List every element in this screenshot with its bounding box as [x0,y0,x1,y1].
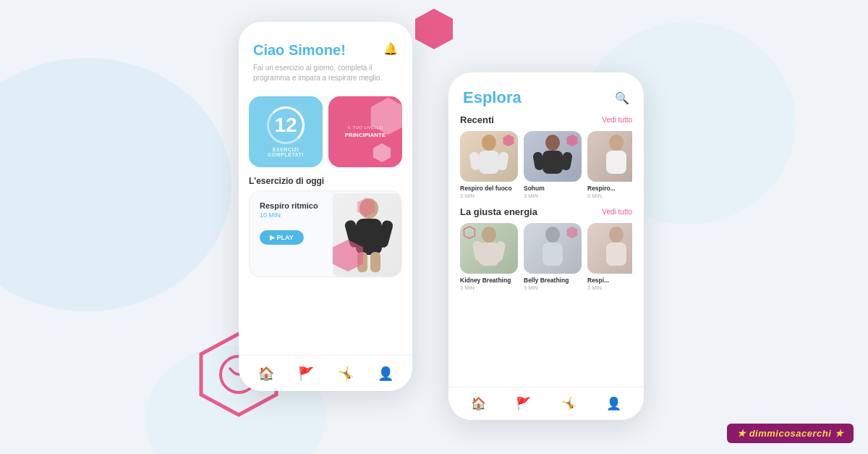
phone-left-header: Ciao Simone! Fai un esercizio al giorno,… [239,22,412,91]
play-button[interactable]: ▶ PLAY [260,230,304,245]
phone-right: Esplora 🔍 Recenti Vedi tutto [448,72,644,420]
svg-point-34 [609,227,624,243]
nav-profile[interactable]: 👤 [378,366,393,382]
list-item[interactable]: Belly Breathing 3 MIN [524,223,582,291]
phone-right-nav: 🏠 🚩 🤸 👤 [448,387,644,420]
card-title: Belly Breathing [524,277,582,284]
exercises-label: ESERCIZICOMPLETATI [268,147,303,157]
exercise-name: Respiro ritmico [260,201,318,210]
card-title: Respiro del fuoco [460,185,518,192]
bg-blob-left [0,58,231,311]
recenti-cards: Respiro del fuoco 3 MIN Sohum [460,131,632,199]
card-title: Respiro... [587,185,632,192]
card-hex-icon [566,226,579,239]
card-image [587,223,632,274]
svg-marker-25 [631,135,632,146]
nav-activity[interactable]: 🤸 [561,396,576,411]
card-hex-icon [631,134,632,146]
card-title: Kidney Breathing [460,277,518,284]
energia-see-all[interactable]: Vedi tutto [602,208,632,216]
watermark-star: ★ [737,428,746,439]
card-duration: 3 MIN [460,193,518,199]
card-hex-icon [502,134,515,147]
card-image [460,223,518,274]
svg-point-18 [545,135,560,151]
nav-profile[interactable]: 👤 [606,396,621,411]
energia-section: La giusta energia Vedi tutto Kidney [448,206,644,291]
decorative-hex-top [412,7,456,51]
explore-title: Esplora [463,88,522,107]
exercises-stat-box: 12 ESERCIZICOMPLETATI [249,96,323,167]
list-item[interactable]: Sohum 3 MIN [524,131,582,199]
svg-rect-19 [542,151,563,174]
progress-circle: 12 [267,106,305,144]
watermark: ★ dimmicosacerchi ★ [727,424,854,443]
svg-marker-30 [464,227,475,239]
card-duration: 3 MIN [524,193,582,199]
card-image [587,131,632,182]
energia-header: La giusta energia Vedi tutto [460,206,632,217]
greeting-title: Ciao Simone! [253,42,398,59]
svg-rect-32 [542,243,563,266]
svg-marker-11 [333,240,363,272]
card-image [524,223,582,274]
energia-title: La giusta energia [460,206,537,217]
recenti-title: Recenti [460,114,494,125]
nav-activity[interactable]: 🤸 [338,366,354,382]
svg-point-13 [482,135,496,151]
svg-marker-17 [503,135,514,147]
exercise-info: Respiro ritmico 10 MIN ▶ PLAY [260,201,318,245]
recenti-header: Recenti Vedi tutto [460,114,632,125]
nav-flag[interactable]: 🚩 [516,396,531,411]
svg-marker-4 [373,143,391,162]
subtitle-text: Fai un esercizio al giorno, completa il … [253,63,398,83]
card-image [524,131,582,182]
search-icon[interactable]: 🔍 [615,91,629,105]
card-duration: 3 MIN [587,193,632,199]
svg-rect-15 [469,151,481,171]
watermark-text: dimmicosacerchi [749,428,832,439]
svg-rect-10 [370,252,380,272]
card-duration: 3 MIN [587,285,632,291]
svg-point-26 [482,227,496,243]
card-title: Respi... [587,277,632,284]
card-hex-icon [566,134,579,147]
list-item[interactable]: Respiro del fuoco 3 MIN [460,131,518,199]
stats-container: 12 ESERCIZICOMPLETATI IL TUO LIVELLO PRI… [239,96,412,167]
card-image [460,131,518,182]
svg-marker-3 [371,98,402,135]
svg-rect-35 [606,243,626,266]
watermark-star-right: ★ [835,428,844,439]
nav-flag[interactable]: 🚩 [298,366,314,382]
nav-home[interactable]: 🏠 [471,396,486,411]
svg-rect-20 [532,151,545,171]
svg-point-23 [609,135,624,151]
exercise-card: Respiro ritmico 10 MIN ▶ PLAY [249,190,402,277]
level-stat-box: IL TUO LIVELLO PRINCIPIANTE [328,96,402,167]
recenti-see-all[interactable]: Vedi tutto [602,116,632,124]
nav-home[interactable]: 🏠 [258,366,274,382]
recenti-section: Recenti Vedi tutto Respiro del fuoc [448,114,644,199]
today-section-title: L'esercizio di oggi [239,167,412,190]
phone-left-nav: 🏠 🚩 🤸 👤 [239,355,412,391]
list-item[interactable]: Kidney Breathing 3 MIN [460,223,518,291]
exercises-count: 12 [274,114,297,137]
card-duration: 3 MIN [460,285,518,291]
svg-point-31 [545,227,560,243]
phone-left: Ciao Simone! Fai un esercizio al giorno,… [239,22,412,391]
list-item[interactable]: Respiro... 3 MIN [587,131,632,199]
svg-marker-33 [567,227,578,239]
bell-icon[interactable]: 🔔 [383,42,398,56]
svg-marker-0 [415,9,453,49]
svg-rect-24 [606,151,626,174]
svg-rect-14 [479,151,499,174]
svg-marker-12 [357,198,375,217]
card-duration: 3 MIN [524,285,582,291]
phone-right-header: Esplora 🔍 [448,72,644,114]
exercise-duration: 10 MIN [260,211,318,219]
svg-marker-22 [567,135,578,147]
energia-cards: Kidney Breathing 3 MIN Belly Breathing 3… [460,223,632,291]
card-title: Sohum [524,185,582,192]
card-hex-icon [463,226,476,239]
list-item[interactable]: Respi... 3 MIN [587,223,632,291]
